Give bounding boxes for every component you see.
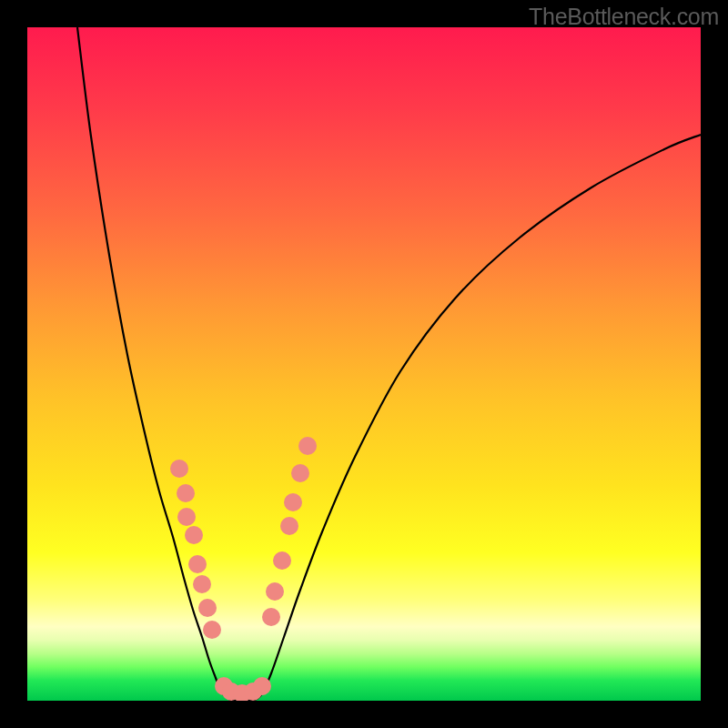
chart-frame: TheBottleneck.com (0, 0, 728, 728)
data-dot (198, 599, 217, 617)
data-dot (284, 493, 302, 511)
data-dot (185, 526, 203, 544)
data-dot (170, 460, 188, 478)
data-dot (298, 437, 317, 455)
data-dot (291, 464, 309, 482)
watermark-text: TheBottleneck.com (529, 4, 719, 30)
data-dot (177, 508, 196, 526)
data-dot (280, 517, 298, 535)
curve-group (77, 27, 701, 701)
plot-area (27, 27, 701, 701)
data-dot (203, 621, 221, 639)
data-dot (273, 551, 291, 570)
data-dot (262, 608, 280, 626)
chart-svg (27, 27, 701, 701)
data-dot (177, 484, 195, 502)
data-dot (253, 677, 271, 695)
data-dot (188, 555, 207, 573)
dots-group (170, 437, 317, 701)
data-dot (193, 575, 211, 593)
data-dot (266, 582, 284, 601)
bottleneck-curve (77, 27, 701, 701)
